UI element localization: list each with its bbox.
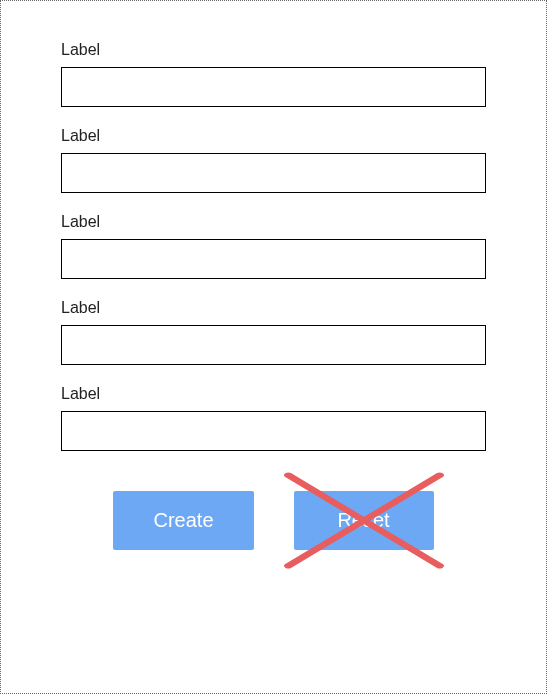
form-field-1: Label [61,41,486,107]
field-label-2: Label [61,127,486,145]
form-field-3: Label [61,213,486,279]
form-container: Label Label Label Label Label Create Res… [0,0,547,694]
form-field-4: Label [61,299,486,365]
create-button[interactable]: Create [113,491,253,550]
reset-button[interactable]: Reset [294,491,434,550]
field-label-3: Label [61,213,486,231]
field-input-1[interactable] [61,67,486,107]
field-label-1: Label [61,41,486,59]
reset-button-wrapper: Reset [294,491,434,550]
form-field-5: Label [61,385,486,451]
field-input-5[interactable] [61,411,486,451]
button-row: Create Reset [61,491,486,550]
field-label-5: Label [61,385,486,403]
field-input-4[interactable] [61,325,486,365]
field-input-2[interactable] [61,153,486,193]
field-label-4: Label [61,299,486,317]
form-field-2: Label [61,127,486,193]
field-input-3[interactable] [61,239,486,279]
